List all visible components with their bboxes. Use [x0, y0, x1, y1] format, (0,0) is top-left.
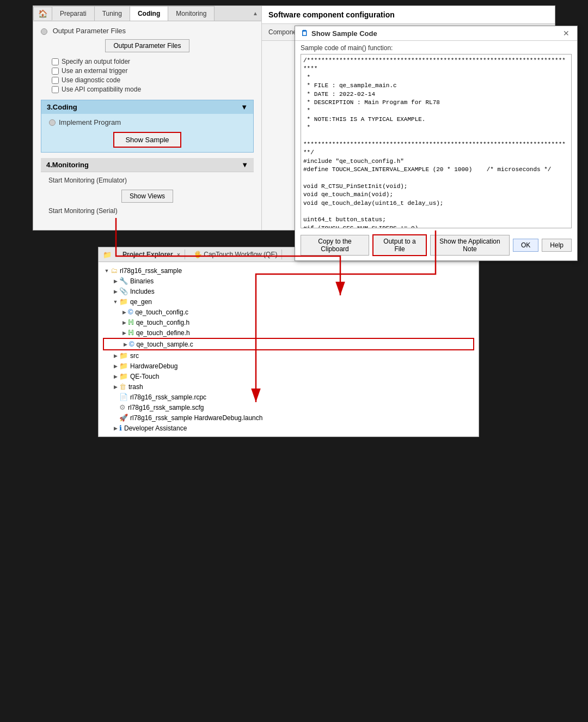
tree-binaries[interactable]: ▶ 🔧 Binaries [103, 276, 474, 286]
src-label: src [130, 352, 139, 360]
coding-section: 3.Coding ▼ Implement Program Show Sample [41, 100, 254, 153]
qe-touch-sample-c-label: qe_touch_sample.c [137, 341, 193, 348]
tree-qe-touch-sample-c[interactable]: ▶ © qe_touch_sample.c [103, 338, 474, 350]
dialog-titlebar: 🗒 Show Sample Code ✕ [295, 26, 577, 41]
tree-hardware-debug[interactable]: ▶ 📁 HardwareDebug [103, 361, 474, 371]
tree-developer-assistance[interactable]: ▶ ℹ Developer Assistance [103, 423, 474, 433]
root-expand-arrow[interactable]: ▼ [103, 268, 111, 274]
help-button[interactable]: Help [542, 239, 572, 252]
includes-expand-arrow[interactable]: ▶ [112, 289, 119, 294]
code-textarea[interactable] [301, 54, 572, 228]
scfg-icon: ⚙ [119, 403, 126, 411]
rcpc-label: rl78g16_rssk_sample.rcpc [130, 393, 206, 401]
coding-header: 3.Coding ▼ [41, 100, 253, 114]
monitoring-body: Start Monitoring (Emulator) Show Views S… [41, 172, 254, 219]
includes-icon: 📎 [119, 287, 128, 295]
checkbox-list: Specify an output folder Use an external… [52, 58, 254, 93]
qe-touch-sample-c-expand-arrow[interactable]: ▶ [121, 342, 129, 347]
tab-tuning[interactable]: Tuning [95, 6, 130, 21]
show-sample-code-dialog: 🗒 Show Sample Code ✕ Sample code of main… [295, 26, 578, 261]
binaries-expand-arrow[interactable]: ▶ [112, 278, 119, 284]
project-explorer-tab[interactable]: Project Explorer × [118, 250, 185, 259]
show-views-button[interactable]: Show Views [121, 190, 173, 203]
dialog-close-button[interactable]: ✕ [561, 29, 572, 38]
show-sample-button[interactable]: Show Sample [113, 132, 181, 148]
start-monitoring-serial: Start Monitoring (Serial) [48, 207, 246, 215]
dialog-subtitle: Sample code of main() function: [295, 41, 577, 54]
start-monitoring-emulator: Start Monitoring (Emulator) [48, 177, 246, 184]
tab-monitoring[interactable]: Monitoring [168, 6, 215, 21]
captouch-icon: 🖐 [194, 251, 202, 258]
captouch-workflow-tab[interactable]: 🖐 CapTouch Workflow (QE) [189, 250, 283, 259]
output-param-section: Output Parameter Files Output Parameter … [41, 27, 254, 93]
qe-touch-config-h-label: qe_touch_config.h [136, 319, 189, 326]
qe-touch-folder-icon: 📁 [119, 372, 128, 380]
tree-includes[interactable]: ▶ 📎 Includes [103, 286, 474, 296]
tree-scfg-file[interactable]: ⚙ rl78g16_rssk_sample.scfg [103, 402, 474, 412]
qe-gen-label: qe_gen [130, 298, 152, 306]
src-expand-arrow[interactable]: ▶ [112, 353, 119, 359]
implement-circle-icon [49, 119, 56, 126]
hardware-debug-expand-arrow[interactable]: ▶ [112, 363, 119, 369]
checkbox-output-folder: Specify an output folder [52, 58, 254, 65]
checkbox-diagnostic-code: Use diagnostic code [52, 76, 254, 84]
qe-touch-config-h-expand-arrow[interactable]: ▶ [120, 320, 128, 325]
qe-touch-label: QE-Touch [130, 373, 159, 380]
tree-src[interactable]: ▶ 📁 src [103, 350, 474, 361]
qe-touch-config-c-expand-arrow[interactable]: ▶ [120, 310, 128, 315]
dialog-title-icon: 🗒 [301, 29, 308, 38]
bottom-panel: 📁 Project Explorer × 🖐 CapTouch Workflow… [98, 247, 479, 437]
ok-button[interactable]: OK [513, 239, 538, 252]
right-panel-title: Software component configuration [262, 6, 555, 24]
explorer-folder-icon: 📁 [103, 251, 112, 259]
home-tab[interactable]: 🏠 [33, 7, 52, 20]
qe-gen-folder-icon: 📁 [119, 298, 128, 306]
implement-label: Implement Program [59, 118, 121, 126]
project-explorer-tab-close[interactable]: × [177, 252, 180, 258]
c-file-icon-2: © [129, 340, 134, 348]
app-note-button[interactable]: Show the Application Note [430, 235, 510, 256]
tree-qe-touch[interactable]: ▶ 📁 QE-Touch [103, 371, 474, 381]
qe-touch-expand-arrow[interactable]: ▶ [112, 374, 119, 379]
dev-assist-expand-arrow[interactable]: ▶ [112, 426, 119, 431]
tab-coding[interactable]: Coding [130, 6, 168, 21]
sidebar-content: Output Parameter Files Output Parameter … [33, 21, 261, 230]
rcpc-icon: 📄 [119, 393, 128, 401]
qe-touch-define-h-label: qe_touch_define.h [136, 329, 190, 337]
tree-qe-touch-config-h[interactable]: ▶ ℍ qe_touch_config.h [103, 317, 474, 327]
copy-clipboard-button[interactable]: Copy to the Clipboard [301, 235, 369, 256]
qe-gen-expand-arrow[interactable]: ▼ [112, 299, 119, 305]
tab-scroll-arrow[interactable]: ▲ [249, 8, 261, 19]
tree-qe-touch-config-c[interactable]: ▶ © qe_touch_config.c [103, 307, 474, 317]
tab-preparati[interactable]: Preparati [52, 6, 95, 21]
left-sidebar: 🏠 Preparati Tuning Coding Monitoring ▲ O… [33, 6, 262, 230]
tree-trash[interactable]: ▶ 🗑 trash [103, 381, 474, 392]
root-label: rl78g16_rssk_sample [120, 267, 182, 275]
launch-label: rl78g16_rssk_sample HardwareDebug.launch [130, 414, 262, 422]
tree-launch-file[interactable]: 🚀 rl78g16_rssk_sample HardwareDebug.laun… [103, 412, 474, 423]
qe-touch-define-h-expand-arrow[interactable]: ▶ [120, 330, 128, 336]
coding-dropdown-icon: ▼ [241, 103, 248, 111]
output-param-button[interactable]: Output Parameter Files [105, 39, 189, 52]
scfg-label: rl78g16_rssk_sample.scfg [128, 404, 204, 411]
tree-container: ▼ 🗂 rl78g16_rssk_sample ▶ 🔧 Binaries ▶ 📎… [99, 262, 479, 436]
monitoring-dropdown-icon: ▼ [241, 161, 248, 169]
h-file-icon-2: ℍ [128, 329, 134, 337]
tree-qe-gen[interactable]: ▼ 📁 qe_gen [103, 296, 474, 307]
trash-expand-arrow[interactable]: ▶ [112, 384, 119, 390]
monitoring-section: 4.Monitoring ▼ Start Monitoring (Emulato… [41, 158, 254, 219]
dialog-title: 🗒 Show Sample Code [301, 29, 377, 38]
dialog-buttons: Copy to the Clipboard Output to a File S… [295, 230, 577, 260]
root-folder-icon: 🗂 [111, 266, 118, 275]
trash-folder-icon: 🗑 [119, 383, 126, 391]
tree-rcpc-file[interactable]: 📄 rl78g16_rssk_sample.rcpc [103, 392, 474, 402]
tree-qe-touch-define-h[interactable]: ▶ ℍ qe_touch_define.h [103, 327, 474, 338]
h-file-icon-1: ℍ [128, 318, 134, 326]
output-file-button[interactable]: Output to a File [372, 234, 427, 256]
right-panel: Software component configuration Compone… [262, 6, 555, 230]
dev-assist-icon: ℹ [119, 424, 122, 432]
includes-label: Includes [130, 288, 155, 295]
launch-icon: 🚀 [119, 414, 128, 422]
binaries-icon: 🔧 [119, 277, 128, 285]
tree-root[interactable]: ▼ 🗂 rl78g16_rssk_sample [103, 265, 474, 276]
